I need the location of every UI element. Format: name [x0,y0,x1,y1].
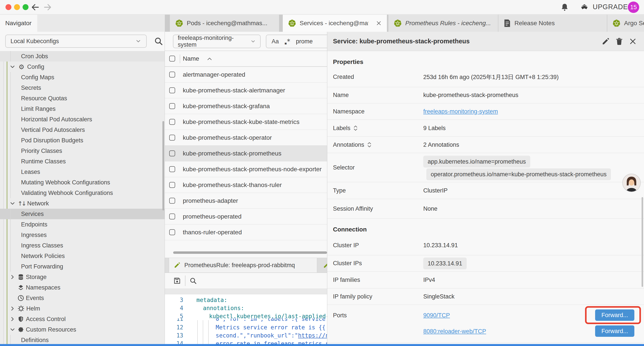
row-checkbox[interactable] [169,119,175,125]
sidebar-scrollbar[interactable] [162,121,164,210]
name-filter-input[interactable]: Aa ▪* prome [266,34,327,48]
close-window-button[interactable] [6,4,12,10]
yaml-editor[interactable]: 3metadata: 4annotations: 5kubectl.kubern… [165,294,327,346]
tab-release-notes[interactable]: Release Notes [498,15,607,32]
chevron-down-icon [9,63,16,70]
sidebar-item-services[interactable]: Services [0,209,165,219]
sidebar-group-custom-resources[interactable]: Custom Resources [0,324,165,335]
port-link-9090[interactable]: 9090/TCP [423,312,450,319]
namespace-selector[interactable]: freeleaps-monitoring-system [173,34,260,48]
table-row[interactable]: kube-prometheus-stack-operator [165,130,327,146]
delete-trash-icon[interactable] [615,37,623,45]
avatar[interactable] [622,174,641,192]
sidebar-item-priority-classes[interactable]: Priority Classes [0,146,165,156]
row-checkbox[interactable] [169,198,175,204]
maximize-window-button[interactable] [22,4,28,10]
port-link-8080[interactable]: 8080:reloader-web/TCP [423,328,486,335]
sidebar-item-config-maps[interactable]: Config Maps [0,72,165,82]
sidebar-group-access-control[interactable]: Access Control [0,314,165,324]
sidebar-item-network-policies[interactable]: Network Policies [0,251,165,261]
sort-ascending-icon[interactable] [207,57,212,61]
dock-tab-prometheusrule[interactable]: PrometheusRule: freeleaps-prod-rabbitmq [169,258,317,272]
sidebar-group-storage[interactable]: Storage [0,272,165,282]
table-row[interactable]: kube-prometheus-stack-prometheus-node-ex… [165,161,327,177]
detail-scrollbar[interactable] [642,197,643,287]
table-row[interactable]: alertmanager-operated [165,67,327,82]
kubeconfig-selector[interactable]: Local Kubeconfigs [5,34,147,48]
row-checkbox[interactable] [169,182,175,188]
notification-count-badge[interactable]: 15 [628,1,639,13]
red-highlight-annotation [585,306,641,324]
sidebar-item-limit-ranges[interactable]: Limit Ranges [0,104,165,114]
row-checkbox[interactable] [169,87,175,93]
sidebar-item-endpoints[interactable]: Endpoints [0,219,165,230]
table-row[interactable]: kube-prometheus-stack-kube-state-metrics [165,114,327,130]
row-checkbox[interactable] [169,150,175,156]
sidebar-item-mutating-webhook-configurations[interactable]: Mutating Webhook Configurations [0,177,165,188]
search-icon[interactable] [190,277,197,285]
sidebar-group-network[interactable]: ↑↓ Network [0,198,165,209]
table-row-selected[interactable]: kube-prometheus-stack-prometheus [165,146,327,161]
minimize-window-button[interactable] [14,4,20,10]
search-icon[interactable] [154,36,163,46]
name-column-header[interactable]: Name [183,55,199,62]
expand-collapse-icon[interactable] [353,125,358,131]
tab-pods[interactable]: Pods - icecheng@mathmas... [170,15,279,32]
namespace-link[interactable]: freeleaps-monitoring-system [423,108,498,115]
table-row[interactable]: thanos-ruler-operated [165,224,327,240]
tab-prometheus-rules[interactable]: Prometheus Rules - icecheng... [388,15,498,32]
table-row[interactable]: kube-prometheus-stack-alertmanager [165,82,327,98]
sidebar-item-definitions[interactable]: Definitions [0,335,165,345]
navigator-panel-tab[interactable]: Navigator [0,15,37,32]
notifications-bell-icon[interactable] [560,3,569,12]
row-checkbox[interactable] [169,103,175,109]
dock-tab-partial[interactable] [317,258,327,272]
upgrade-button[interactable]: UPGRADE [580,2,628,12]
sidebar-item-secrets[interactable]: Secrets [0,82,165,93]
sidebar-item-validating-webhook-configurations[interactable]: Validating Webhook Configurations [0,188,165,198]
table-row[interactable]: prometheus-operated [165,209,327,224]
sidebar-item-runtime-classes[interactable]: Runtime Classes [0,156,165,167]
sidebar-item-leases[interactable]: Leases [0,167,165,177]
tab-services[interactable]: Services - icecheng@math... [283,15,387,32]
row-checkbox[interactable] [169,214,175,219]
close-tab-icon[interactable] [376,20,382,26]
sidebar-group-config[interactable]: ⚙ Config [0,61,165,72]
row-checkbox[interactable] [169,166,175,172]
table-row[interactable]: kube-prometheus-stack-grafana [165,98,327,114]
sidebar-item-resource-quotas[interactable]: Resource Quotas [0,93,165,104]
select-all-checkbox[interactable] [169,56,175,61]
sidebar-item-events[interactable]: Events [0,293,165,303]
sidebar-item-port-forwarding[interactable]: Port Forwarding [0,261,165,272]
close-panel-icon[interactable] [629,37,637,45]
sidebar-group-helm[interactable]: Helm [0,303,165,314]
sidebar-item-vertical-pod-autoscalers[interactable]: Vertical Pod Autoscalers [0,125,165,135]
horizontal-scrollbar[interactable] [173,251,327,254]
table-row[interactable]: kube-prometheus-stack-thanos-ruler [165,177,327,193]
editor-line: 3metadata: [165,296,327,304]
table-row[interactable]: prometheus-adapter [165,193,327,209]
helm-wheel-icon [18,305,24,312]
runbook-url-link[interactable]: https://netd [298,332,327,339]
row-checkbox[interactable] [169,229,175,235]
sidebar-item-namespaces[interactable]: Namespaces [0,282,165,293]
row-checkbox[interactable] [169,72,175,77]
tab-argo[interactable]: Argo Se [607,15,644,32]
sidebar-item-pod-disruption-budgets[interactable]: Pod Disruption Budgets [0,135,165,146]
property-row-labels: Labels 9 Labels [327,120,644,137]
forward-arrow-icon[interactable] [43,3,52,12]
property-row-type: Type ClusterIP [327,182,644,199]
sidebar-item-cron-jobs[interactable]: Cron Jobs [0,51,165,61]
back-arrow-icon[interactable] [31,3,40,12]
save-icon[interactable] [173,277,181,285]
expand-collapse-icon[interactable] [367,142,372,148]
forward-port-button-8080[interactable]: Forward... [595,326,634,337]
sidebar-item-ingresses[interactable]: Ingresses [0,230,165,240]
row-checkbox[interactable] [169,135,175,141]
sidebar-item-ingress-classes[interactable]: Ingress Classes [0,240,165,251]
sidebar-item-horizontal-pod-autoscalers[interactable]: Horizontal Pod Autoscalers [0,114,165,125]
navigator-sidebar: Local Kubeconfigs Cron Jobs ⚙ Config Con… [0,32,165,346]
edit-pencil-icon[interactable] [602,37,610,45]
regex-toggle[interactable]: ▪* [284,37,290,45]
match-case-toggle[interactable]: Aa [272,38,279,45]
